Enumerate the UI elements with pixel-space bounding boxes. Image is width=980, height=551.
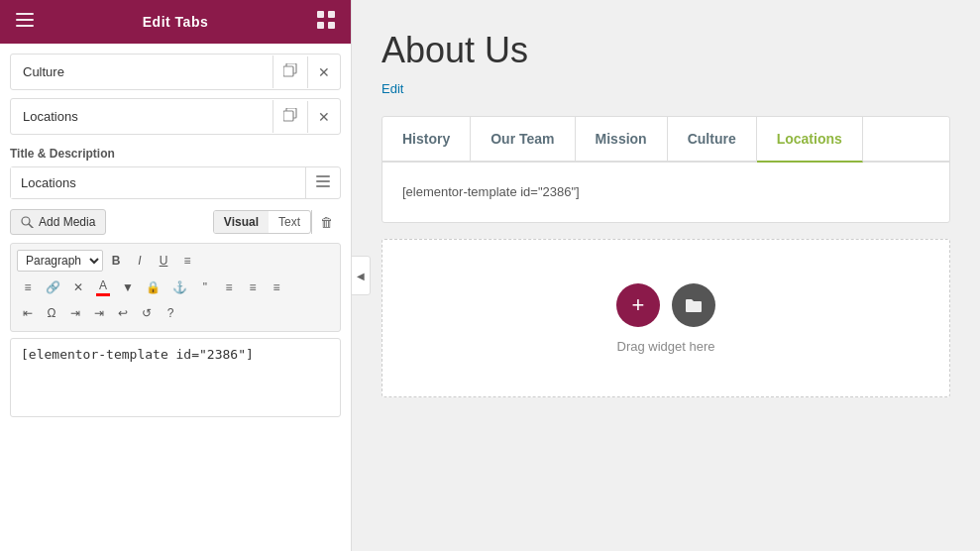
delete-culture-button[interactable]: ✕ <box>307 56 340 88</box>
italic-button[interactable]: I <box>129 251 151 271</box>
tab-nav-locations[interactable]: Locations <box>757 117 863 163</box>
indent-button[interactable]: ⇤ <box>17 303 39 323</box>
editor-delete-button[interactable]: 🗑 <box>311 210 341 234</box>
tab-nav-culture[interactable]: Culture <box>668 117 757 161</box>
add-media-row: Add Media Visual Text 🗑 <box>10 209 341 235</box>
redo-button[interactable]: ↺ <box>136 303 158 323</box>
duplicate-locations-button[interactable] <box>272 100 307 133</box>
underline-button[interactable]: U <box>153 251 174 271</box>
panel-title: Edit Tabs <box>143 14 208 30</box>
text-tab-button[interactable]: Text <box>269 211 310 233</box>
svg-rect-3 <box>317 11 324 18</box>
add-widget-button[interactable]: + <box>616 283 660 327</box>
lock-button[interactable]: 🔒 <box>141 277 165 297</box>
panel-header: Edit Tabs <box>0 0 351 44</box>
undo-button[interactable]: ↩ <box>112 303 134 323</box>
delete-locations-button[interactable]: ✕ <box>307 101 340 133</box>
svg-rect-1 <box>16 19 34 21</box>
align-center-button[interactable]: ≡ <box>242 277 264 297</box>
svg-rect-0 <box>16 13 34 15</box>
editor-content-area[interactable]: [elementor-template id="2386"] <box>10 338 341 417</box>
outdent-button[interactable]: ⇥ <box>64 303 86 323</box>
tabs-nav: History Our Team Mission Culture Locatio… <box>382 117 949 163</box>
right-panel: ◀ About Us Edit History Our Team Mission… <box>352 0 980 551</box>
tab-label-locations: Locations <box>11 99 272 134</box>
svg-rect-10 <box>283 111 293 121</box>
list-icon-button[interactable] <box>305 167 340 198</box>
toolbar-row-3: ⇤ Ω ⇥ ⇥ ↩ ↺ ? <box>17 303 334 323</box>
color-swatch-container[interactable]: A <box>91 276 115 299</box>
visual-tab-button[interactable]: Visual <box>214 211 269 233</box>
duplicate-culture-button[interactable] <box>272 55 307 88</box>
add-media-label: Add Media <box>39 215 95 229</box>
tab-nav-history[interactable]: History <box>382 117 471 161</box>
drop-buttons: + <box>616 283 715 327</box>
title-input-row <box>10 166 341 199</box>
tab-nav-our-team[interactable]: Our Team <box>471 117 575 161</box>
bold-button[interactable]: B <box>105 251 127 271</box>
grid-icon[interactable] <box>317 11 335 33</box>
blockquote-button[interactable]: " <box>194 277 216 297</box>
indent-right-button[interactable]: ⇥ <box>88 303 110 323</box>
collapse-icon: ◀ <box>357 271 365 281</box>
tab-template-shortcode: [elementor-template id="2386"] <box>402 184 580 199</box>
edit-link[interactable]: Edit <box>381 81 403 96</box>
template-library-button[interactable] <box>672 283 715 327</box>
svg-rect-4 <box>328 11 335 18</box>
panel-body: Culture ✕ Locations ✕ Title & Descriptio… <box>0 44 351 551</box>
align-left-button[interactable]: ≡ <box>218 277 240 297</box>
special-char-button[interactable]: Ω <box>41 303 62 323</box>
collapse-panel-button[interactable]: ◀ <box>352 256 371 295</box>
tabs-content: [elementor-template id="2386"] <box>382 163 949 222</box>
svg-rect-5 <box>317 22 324 29</box>
add-media-button[interactable]: Add Media <box>10 209 106 235</box>
anchor-button[interactable]: ⚓ <box>167 277 192 297</box>
svg-rect-13 <box>316 185 330 187</box>
svg-rect-11 <box>316 175 330 177</box>
unlink-button[interactable]: ✕ <box>67 277 89 297</box>
hamburger-icon[interactable] <box>16 13 34 31</box>
view-switch-group: Visual Text <box>213 210 311 234</box>
paragraph-select[interactable]: Paragraph <box>17 250 103 272</box>
svg-rect-8 <box>283 66 293 76</box>
link-button[interactable]: 🔗 <box>41 277 65 297</box>
list-button[interactable]: ≡ <box>17 277 39 297</box>
svg-rect-6 <box>328 22 335 29</box>
toolbar-row-1: Paragraph B I U ≡ <box>17 250 334 272</box>
help-button[interactable]: ? <box>160 303 181 323</box>
tab-label-culture: Culture <box>11 55 272 89</box>
align-right-button[interactable]: ≡ <box>266 277 287 297</box>
drag-widget-label: Drag widget here <box>617 339 715 354</box>
tab-item-culture: Culture ✕ <box>10 54 341 90</box>
dropdown-button[interactable]: ▼ <box>117 277 139 297</box>
toolbar-row-2: ≡ 🔗 ✕ A ▼ 🔒 ⚓ " ≡ ≡ ≡ <box>17 276 334 299</box>
widget-drop-area: + Drag widget here <box>381 239 950 397</box>
svg-point-14 <box>22 217 30 225</box>
svg-rect-12 <box>316 180 330 182</box>
tabs-widget: History Our Team Mission Culture Locatio… <box>381 116 950 223</box>
title-input[interactable] <box>11 167 305 198</box>
tab-item-locations: Locations ✕ <box>10 98 341 135</box>
align-button[interactable]: ≡ <box>176 251 198 271</box>
page-title: About Us <box>381 30 950 71</box>
editor-toolbar: Paragraph B I U ≡ ≡ 🔗 ✕ A ▼ 🔒 ⚓ " ≡ <box>10 243 341 332</box>
tab-nav-mission[interactable]: Mission <box>576 117 668 161</box>
section-title: Title & Description <box>10 147 341 161</box>
template-shortcode-editor: [elementor-template id="2386"] <box>21 347 254 362</box>
svg-rect-2 <box>16 25 34 27</box>
left-panel: Edit Tabs Culture ✕ Locations <box>0 0 352 551</box>
